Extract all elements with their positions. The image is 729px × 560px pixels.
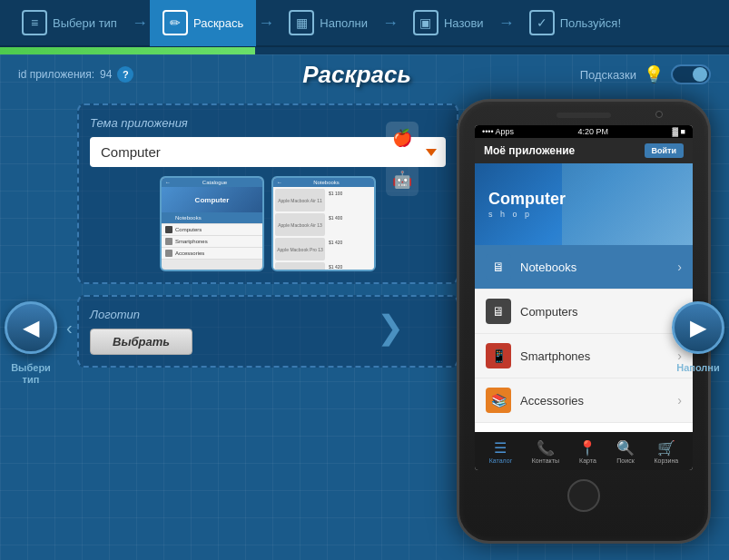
app-id-section: id приложения: 94 ?: [18, 66, 133, 83]
phone-small-item-1: Notebooks: [162, 212, 262, 224]
menu-label-accessories: Accessories: [520, 394, 677, 408]
app-id-label: id приложения:: [18, 68, 94, 81]
phone-speaker: [557, 113, 611, 118]
page-title: Раскрась: [133, 61, 579, 89]
menu-item-computers[interactable]: 🖥 Computers ›: [475, 290, 693, 334]
phone-small-left: ← Catalogue Computer Notebooks Computers: [160, 176, 264, 271]
notebooks-icon: 🖥: [486, 254, 511, 280]
phone-small-right-title: Notebooks: [313, 180, 340, 185]
menu-item-accessories[interactable]: 📚 Accessories ›: [475, 378, 693, 423]
step-icon-fill: ▦: [289, 10, 314, 35]
bottom-icon-map[interactable]: 📍 Карта: [578, 439, 596, 464]
bottom-icon-catalog[interactable]: ☰ Каталог: [489, 439, 512, 464]
phone-battery: ▓ ■: [673, 127, 686, 136]
progress-bar-container: [0, 47, 729, 54]
step-label-paint: Раскрась: [193, 16, 243, 30]
help-icon[interactable]: ?: [117, 66, 133, 83]
phone-app-name: Моё приложение: [484, 144, 575, 157]
phone-small-right: ← Notebooks Apple Macbook Air 11 $1 100 …: [271, 176, 376, 271]
cart-label: Корзина: [655, 457, 679, 464]
step-icon-name: ▣: [413, 10, 438, 35]
step-label-use: Пользуйся!: [560, 16, 621, 30]
nav-arrow-4: →: [498, 14, 515, 33]
menu-label-notebooks: Notebooks: [520, 260, 677, 274]
search-label: Поиск: [616, 457, 634, 464]
phone-small-left-header: ← Catalogue: [162, 178, 262, 187]
phone-hero-title: Computer: [488, 190, 566, 210]
phone-hero-subtitle: s h o p: [488, 210, 566, 219]
map-symbol: 📍: [578, 439, 596, 457]
catalog-symbol: ☰: [494, 439, 507, 457]
hints-toggle[interactable]: [671, 64, 711, 84]
phone-small-item-4: Accessories: [162, 248, 262, 260]
back-button[interactable]: ◀: [5, 301, 57, 354]
bottom-icon-contacts[interactable]: 📞 Контакты: [532, 439, 559, 464]
step-name[interactable]: ▣ Назови: [400, 0, 497, 46]
phone-preview-left: ← Catalogue Computer Notebooks Computers: [160, 176, 264, 271]
bulb-icon: 💡: [644, 64, 664, 84]
phone-status-bar: •••• Apps 4:20 PM ▓ ■: [475, 125, 693, 138]
contacts-label: Контакты: [532, 457, 559, 464]
phone-small-left-hero: Computer: [162, 187, 262, 212]
progress-bar-fill: [0, 47, 255, 54]
smartphones-icon: 📱: [486, 343, 511, 368]
contacts-symbol: 📞: [537, 439, 555, 457]
phone-hero: Computer s h o p: [475, 163, 693, 245]
step-label-name: Назови: [444, 16, 484, 30]
accessories-arrow: ›: [677, 393, 682, 408]
menu-label-smartphones: Smartphones: [520, 349, 677, 363]
bottom-icon-cart[interactable]: 🛒 Корзина: [655, 439, 679, 464]
hints-label: Подсказки: [580, 68, 636, 82]
bottom-icon-search[interactable]: 🔍 Поиск: [616, 439, 635, 464]
forward-label: Наполни: [672, 362, 724, 374]
apple-icon[interactable]: 🍎: [386, 122, 419, 154]
forward-arrow: ❯: [377, 309, 404, 347]
nav-arrow-3: →: [382, 14, 399, 33]
os-icons: 🍎 🤖: [386, 122, 419, 196]
step-label-choose-type: Выбери тип: [53, 16, 117, 30]
phone-small-right-header: ← Notebooks: [273, 178, 374, 187]
step-icon-use: ✓: [529, 10, 555, 35]
step-icon-choose-type: ≡: [22, 10, 47, 35]
map-label: Карта: [579, 457, 596, 464]
phone-screen: •••• Apps 4:20 PM ▓ ■ Моё приложение Вой…: [475, 125, 693, 470]
computers-icon: 🖥: [486, 299, 511, 324]
phone-time: 4:20 PM: [578, 127, 609, 136]
main-content: ◀ Выберитип Тема приложения Computer Fas…: [0, 94, 729, 560]
step-paint[interactable]: ✏ Раскрась: [150, 0, 256, 46]
prev-phone-arrow[interactable]: ‹: [66, 317, 73, 338]
phone-login-button[interactable]: Войти: [645, 143, 684, 158]
menu-label-computers: Computers: [520, 305, 677, 319]
hints-section: Подсказки 💡: [580, 64, 711, 84]
step-fill[interactable]: ▦ Наполни: [276, 0, 380, 46]
header-row: id приложения: 94 ? Раскрась Подсказки 💡: [0, 54, 729, 94]
menu-item-smartphones[interactable]: 📱 Smartphones ›: [475, 334, 693, 378]
step-choose-type[interactable]: ≡ Выбери тип: [9, 0, 130, 46]
app-id-value: 94: [100, 68, 112, 81]
step-icon-paint: ✏: [163, 10, 188, 35]
notebooks-arrow: ›: [677, 260, 682, 274]
phone-bottom-bar: ☰ Каталог 📞 Контакты 📍 Карта 🔍 Поиск: [475, 432, 693, 470]
phone-navbar: Моё приложение Войти: [475, 138, 693, 163]
phone-camera: [655, 111, 663, 118]
phone-small-item-2: Computers: [162, 224, 262, 236]
search-symbol: 🔍: [616, 439, 635, 457]
choose-logo-button[interactable]: Выбрать: [90, 329, 192, 355]
phone-small-left-title: Catalogue: [202, 180, 227, 185]
phone-signal: •••• Apps: [482, 127, 514, 136]
menu-item-notebooks[interactable]: 🖥 Notebooks ›: [475, 245, 693, 290]
phone-home-button[interactable]: [567, 479, 600, 512]
step-label-fill: Наполни: [320, 16, 368, 30]
forward-button[interactable]: ▶: [672, 301, 724, 354]
nav-arrow-2: →: [258, 14, 274, 33]
phone-hero-image: [562, 163, 693, 245]
cart-symbol: 🛒: [657, 439, 675, 457]
nav-arrow-1: →: [132, 14, 148, 33]
catalog-label: Каталог: [489, 457, 512, 464]
step-use[interactable]: ✓ Пользуйся!: [517, 0, 634, 46]
phone-preview-right: ← Notebooks Apple Macbook Air 11 $1 100 …: [271, 176, 376, 271]
accessories-icon: 📚: [486, 388, 511, 413]
phone-small-item-3: Smartphones: [162, 236, 262, 248]
android-icon[interactable]: 🤖: [386, 163, 419, 196]
top-navigation: ≡ Выбери тип → ✏ Раскрась → ▦ Наполни → …: [0, 0, 729, 47]
